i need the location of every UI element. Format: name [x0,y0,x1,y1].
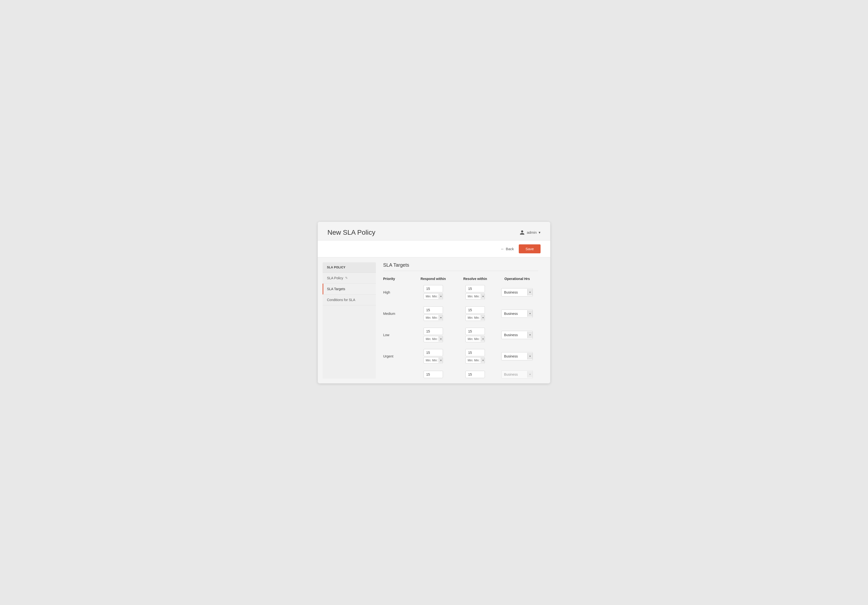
back-label: Back [506,247,514,251]
ops-extra-select-wrapper: BusinessCalendar ▾ [501,370,533,379]
ops-high-select-wrapper: BusinessCalendar ▾ [501,288,533,296]
ops-low-select-wrapper: BusinessCalendar ▾ [501,331,533,339]
respond-high-input[interactable] [423,285,443,292]
ops-low: BusinessCalendar ▾ [496,331,538,339]
resolve-urgent: Min: Min:Hr:Day: ▾ [454,349,496,363]
resolve-high-unit-label: Min: [466,293,474,299]
user-name: admin [527,230,537,234]
col-header-ops: Operational Hrs [496,277,538,281]
ops-high-arrow-icon: ▾ [527,289,533,295]
sidebar-item-sla-targets[interactable]: SLA Targets [322,284,376,295]
content-title: SLA Targets [383,262,538,271]
page-title: New SLA Policy [327,229,375,236]
resolve-medium: Min: Min:Hr:Day: ▾ [454,306,496,321]
col-header-resolve: Resolve within [454,277,496,281]
resolve-high-unit: Min: Min:Hr:Day: ▾ [465,293,485,299]
sidebar-item-conditions[interactable]: Conditions for SLA [322,295,376,306]
resolve-urgent-arrow-icon: ▾ [481,358,485,363]
user-icon [519,230,525,235]
resolve-urgent-input[interactable] [465,349,485,356]
main-content: SLA POLICY SLA Policy ✎ SLA Targets Cond… [318,262,550,383]
sidebar-item-label: SLA Targets [327,287,345,291]
respond-high-arrow-icon: ▾ [439,294,443,299]
table-header: Priority Respond within Resolve within O… [383,277,538,282]
respond-medium: Min: Min:Hr:Day: ▾ [412,306,454,321]
ops-medium: BusinessCalendar ▾ [496,310,538,318]
resolve-low-input[interactable] [465,328,485,335]
resolve-extra-input[interactable] [465,371,485,378]
ops-extra-arrow-icon: ▾ [527,371,533,378]
sidebar-item-sla-policy[interactable]: SLA Policy ✎ [322,273,376,284]
respond-low-unit: Min: Min:Hr:Day: ▾ [423,336,443,342]
ops-low-select[interactable]: BusinessCalendar [502,331,527,339]
ops-high: BusinessCalendar ▾ [496,288,538,296]
sidebar-item-label: SLA Policy [327,276,343,280]
resolve-medium-unit: Min: Min:Hr:Day: ▾ [465,315,485,321]
resolve-low-arrow-icon: ▾ [481,337,485,341]
ops-medium-select-wrapper: BusinessCalendar ▾ [501,310,533,318]
respond-urgent-unit-label: Min: [424,357,432,363]
priority-urgent: Urgent [383,354,412,358]
sidebar: SLA POLICY SLA Policy ✎ SLA Targets Cond… [322,262,376,379]
resolve-low-unit-select[interactable]: Min:Hr:Day: [474,336,481,342]
resolve-high-input[interactable] [465,285,485,292]
ops-urgent: BusinessCalendar ▾ [496,352,538,360]
ops-urgent-arrow-icon: ▾ [527,353,533,360]
respond-medium-unit-select[interactable]: Min:Hr:Day: [432,315,439,321]
priority-low: Low [383,333,412,337]
respond-high-unit-label: Min: [424,293,432,299]
ops-medium-arrow-icon: ▾ [527,310,533,317]
resolve-medium-unit-label: Min: [466,315,474,321]
resolve-urgent-unit-select[interactable]: Min:Hr:Day: [474,357,481,363]
respond-extra-input[interactable] [423,371,443,378]
resolve-urgent-unit: Min: Min:Hr:Day: ▾ [465,357,485,363]
ops-urgent-select[interactable]: BusinessCalendar [502,352,527,360]
save-button[interactable]: Save [519,244,541,253]
table-row: Low Min: Min:Hr:Day: ▾ [383,328,538,342]
sla-table: Priority Respond within Resolve within O… [383,277,538,379]
respond-low-unit-label: Min: [424,336,432,342]
resolve-high-arrow-icon: ▾ [481,294,485,299]
user-section[interactable]: admin ▾ [519,230,541,235]
respond-high: Min: Min:Hr:Day: ▾ [412,285,454,299]
resolve-high-unit-select[interactable]: Min:Hr:Day: [474,293,481,299]
resolve-medium-arrow-icon: ▾ [481,315,485,320]
respond-urgent-input[interactable] [423,349,443,356]
table-row: High Min: Min:Hr:Day: ▾ [383,285,538,299]
table-row: BusinessCalendar ▾ [383,370,538,379]
back-button[interactable]: ← Back [501,247,514,251]
respond-high-unit: Min: Min:Hr:Day: ▾ [423,293,443,299]
resolve-medium-input[interactable] [465,306,485,313]
resolve-extra [454,371,496,378]
respond-medium-input[interactable] [423,306,443,313]
edit-icon: ✎ [345,276,348,280]
table-row: Medium Min: Min:Hr:Day: ▾ [383,306,538,321]
respond-extra [412,371,454,378]
ops-urgent-select-wrapper: BusinessCalendar ▾ [501,352,533,360]
resolve-medium-unit-select[interactable]: Min:Hr:Day: [474,315,481,321]
content-area: SLA Targets Priority Respond within Reso… [376,262,546,379]
resolve-low: Min: Min:Hr:Day: ▾ [454,328,496,342]
resolve-low-unit-label: Min: [466,336,474,342]
back-arrow-icon: ← [501,247,504,251]
priority-medium: Medium [383,312,412,316]
respond-urgent-unit-select[interactable]: Min:Hr:Day: [432,357,439,363]
action-bar: ← Back Save [318,240,550,258]
respond-urgent-unit: Min: Min:Hr:Day: ▾ [423,357,443,363]
ops-high-select[interactable]: BusinessCalendar [502,289,527,296]
respond-low: Min: Min:Hr:Day: ▾ [412,328,454,342]
respond-low-unit-select[interactable]: Min:Hr:Day: [432,336,439,342]
table-row: Urgent Min: Min:Hr:Day: ▾ [383,349,538,363]
resolve-low-unit: Min: Min:Hr:Day: ▾ [465,336,485,342]
ops-medium-select[interactable]: BusinessCalendar [502,310,527,318]
col-header-priority: Priority [383,277,412,281]
respond-high-unit-select[interactable]: Min:Hr:Day: [432,293,439,299]
page-header: New SLA Policy admin ▾ [318,222,550,240]
resolve-urgent-unit-label: Min: [466,357,474,363]
col-header-respond: Respond within [412,277,454,281]
user-dropdown-arrow: ▾ [539,230,541,235]
ops-extra-select[interactable]: BusinessCalendar [502,371,527,378]
respond-low-input[interactable] [423,328,443,335]
respond-urgent-arrow-icon: ▾ [439,358,443,363]
sidebar-item-label: Conditions for SLA [327,298,355,302]
